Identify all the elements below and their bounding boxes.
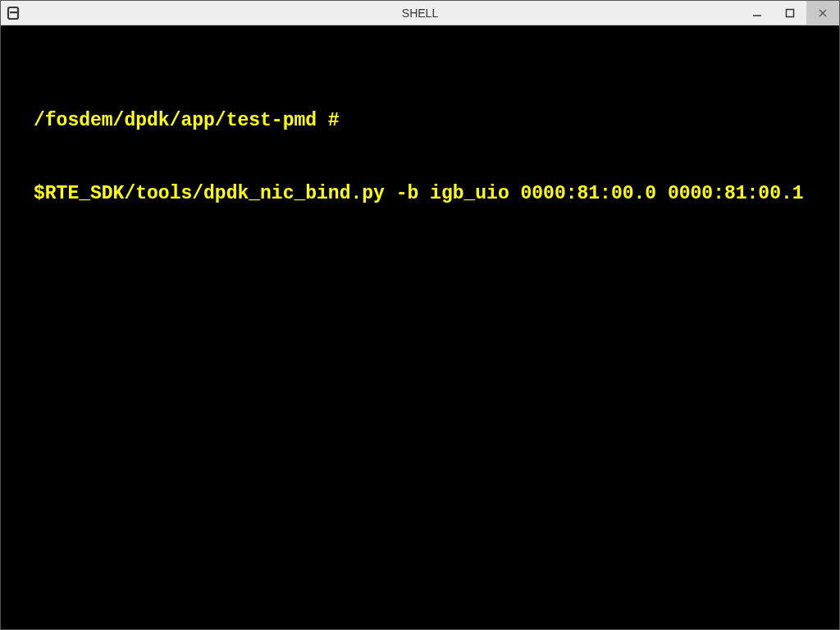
svg-rect-3 xyxy=(787,9,794,16)
window-title: SHELL xyxy=(402,7,438,20)
shell-window: SHELL /fosdem/dpdk/app/test-pmd # $RTE_S… xyxy=(0,0,840,630)
window-controls xyxy=(741,1,839,25)
terminal-line: /fosdem/dpdk/app/test-pmd # xyxy=(34,109,806,134)
app-icon xyxy=(6,5,22,21)
titlebar: SHELL xyxy=(1,1,839,25)
close-button[interactable] xyxy=(806,1,839,25)
terminal-line: $RTE_SDK/tools/dpdk_nic_bind.py -b igb_u… xyxy=(34,182,806,207)
terminal-area[interactable]: /fosdem/dpdk/app/test-pmd # $RTE_SDK/too… xyxy=(1,25,839,629)
maximize-button[interactable] xyxy=(774,1,806,25)
minimize-button[interactable] xyxy=(741,1,774,25)
svg-rect-1 xyxy=(10,11,18,13)
